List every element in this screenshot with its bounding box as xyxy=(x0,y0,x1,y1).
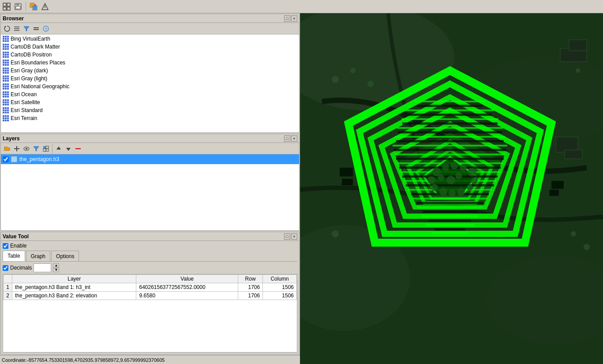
value-table: LayerValueRowColumn 1the_pentagon.h3 Ban… xyxy=(3,274,297,353)
svg-rect-96 xyxy=(549,190,559,196)
browser-item-icon xyxy=(3,36,9,42)
svg-point-98 xyxy=(442,164,449,171)
decimals-up-btn[interactable]: ▲ xyxy=(53,263,59,268)
svg-point-105 xyxy=(449,190,456,197)
browser-float-btn[interactable]: □ xyxy=(284,15,290,22)
browser-toolbar: ? xyxy=(1,23,299,34)
enable-checkbox[interactable] xyxy=(3,243,8,249)
table-header xyxy=(4,275,12,283)
layers-up-icon[interactable] xyxy=(54,144,63,153)
layers-add-icon[interactable] xyxy=(12,144,21,153)
browser-item-label: Esri Terrain xyxy=(11,115,37,121)
svg-rect-94 xyxy=(342,179,353,185)
browser-list-item[interactable]: CartoDB Dark Matter xyxy=(1,43,299,51)
browser-close-btn[interactable]: × xyxy=(291,15,297,22)
layers-open-icon[interactable] xyxy=(3,144,11,153)
browser-list-item[interactable]: Esri Gray (dark) xyxy=(1,67,299,75)
browser-collapse-icon[interactable] xyxy=(12,24,21,33)
decimals-down-btn[interactable]: ▼ xyxy=(53,268,59,272)
browser-list-item[interactable]: CartoDB Positron xyxy=(1,51,299,59)
browser-item-label: Esri Satellite xyxy=(11,99,40,105)
browser-filter-icon[interactable] xyxy=(22,24,31,33)
layer-checkbox[interactable] xyxy=(3,156,9,162)
browser-list-item[interactable]: Esri Ocean xyxy=(1,90,299,98)
toolbar-grid-icon[interactable] xyxy=(2,2,11,11)
svg-point-106 xyxy=(439,188,447,196)
table-cell: 2 xyxy=(4,292,12,300)
layers-toolbar xyxy=(1,143,299,154)
browser-list-item[interactable]: Bing VirtualEarth xyxy=(1,35,299,43)
browser-list-item[interactable]: Esri Terrain xyxy=(1,114,299,122)
browser-list-item[interactable]: Esri Boundaries Places xyxy=(1,59,299,67)
browser-item-label: Esri Gray (dark) xyxy=(11,68,48,74)
toolbar-layer-icon[interactable] xyxy=(29,2,38,11)
svg-rect-8 xyxy=(33,6,37,10)
decimals-label: Decimals xyxy=(10,265,32,271)
svg-marker-26 xyxy=(34,146,39,151)
svg-rect-29 xyxy=(43,149,46,151)
svg-point-48 xyxy=(584,244,590,250)
svg-point-100 xyxy=(460,164,467,171)
toolbar-save-icon[interactable] xyxy=(13,2,23,11)
browser-collapse-all-icon[interactable] xyxy=(32,24,41,33)
value-tool-close-btn[interactable]: × xyxy=(291,233,297,240)
layer-item[interactable]: the_pentagon.h3 xyxy=(1,154,299,164)
svg-rect-19 xyxy=(34,29,39,30)
value-tool-titlebar: Value Tool □ × xyxy=(1,232,299,241)
browser-item-icon xyxy=(3,52,9,58)
svg-point-111 xyxy=(446,176,455,184)
toolbar-identify-icon[interactable] xyxy=(40,2,50,11)
value-tool-float-btn[interactable]: □ xyxy=(284,233,290,240)
value-tool-panel: Value Tool □ × Enable TableGraphOptions … xyxy=(0,232,300,355)
svg-rect-3 xyxy=(7,7,10,10)
map-panel[interactable] xyxy=(300,13,603,364)
left-panel: Browser □ × xyxy=(0,13,300,364)
svg-marker-32 xyxy=(66,148,71,151)
tab-graph[interactable]: Graph xyxy=(26,251,50,261)
value-tool-title: Value Tool xyxy=(3,233,29,240)
browser-item-icon xyxy=(3,44,9,50)
svg-marker-31 xyxy=(56,146,61,150)
svg-point-108 xyxy=(427,176,435,184)
browser-panel: Browser □ × xyxy=(0,14,300,133)
table-header: Value xyxy=(136,275,238,283)
svg-rect-1 xyxy=(7,3,10,6)
svg-rect-5 xyxy=(16,4,19,6)
browser-help-icon[interactable]: ? xyxy=(41,24,50,33)
browser-item-icon xyxy=(3,91,9,98)
browser-item-icon xyxy=(3,75,9,82)
tab-options[interactable]: Options xyxy=(51,251,79,261)
svg-rect-50 xyxy=(569,40,587,51)
svg-point-47 xyxy=(571,231,576,236)
tab-table[interactable]: Table xyxy=(3,251,25,261)
browser-item-icon xyxy=(3,68,9,74)
svg-rect-28 xyxy=(46,146,49,149)
layers-float-btn[interactable]: □ xyxy=(284,135,290,142)
layers-eye-icon[interactable] xyxy=(22,144,31,153)
toolbar-separator xyxy=(26,2,26,11)
layers-close-btn[interactable]: × xyxy=(291,135,297,142)
browser-refresh-icon[interactable] xyxy=(3,24,11,33)
value-tool-content: Enable TableGraphOptions Decimals 4 ▲ ▼ xyxy=(1,241,299,354)
browser-item-label: Esri Gray (light) xyxy=(11,75,47,82)
browser-list-item[interactable]: Esri Standard xyxy=(1,106,299,114)
browser-item-label: Esri Ocean xyxy=(11,91,37,98)
browser-list-item[interactable]: Esri Satellite xyxy=(1,98,299,106)
data-table: LayerValueRowColumn 1the_pentagon.h3 Ban… xyxy=(3,274,297,300)
layers-filter-icon[interactable] xyxy=(32,144,41,153)
table-cell: 1506 xyxy=(263,292,297,300)
svg-rect-33 xyxy=(75,148,81,149)
table-cell: 640261563772567552.0000 xyxy=(136,283,238,292)
layers-select-icon[interactable] xyxy=(41,144,50,153)
layers-down-icon[interactable] xyxy=(64,144,73,153)
decimals-input[interactable]: 4 xyxy=(34,263,51,272)
table-cell: 9.6580 xyxy=(136,292,238,300)
decimals-checkbox[interactable] xyxy=(3,265,8,271)
svg-point-109 xyxy=(438,174,444,180)
table-header: Row xyxy=(238,275,263,283)
layers-remove-icon[interactable] xyxy=(74,144,82,153)
table-header: Column xyxy=(263,275,297,283)
browser-list-item[interactable]: Esri National Geographic xyxy=(1,83,299,90)
svg-point-107 xyxy=(431,184,438,191)
browser-list-item[interactable]: Esri Gray (light) xyxy=(1,75,299,83)
